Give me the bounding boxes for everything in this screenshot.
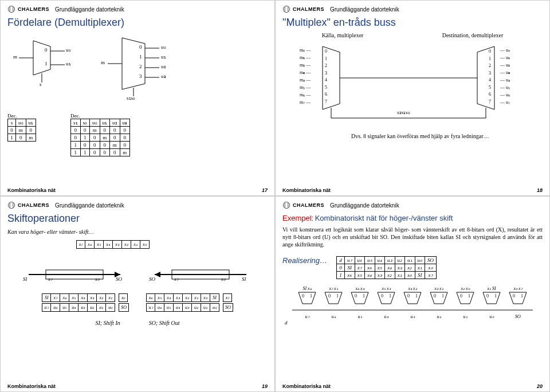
svg-text:0: 0 <box>407 293 410 299</box>
x7-label: x₇ <box>174 276 179 282</box>
example-label: Exempel: <box>282 214 313 222</box>
footer: Kombinatoriska nät 18 <box>282 185 543 193</box>
page-number: 18 <box>537 187 543 193</box>
slide-20: CHALMERS Grundläggande datorteknik Exemp… <box>275 196 550 392</box>
demux-out: u₆ <box>506 92 510 97</box>
svg-marker-37 <box>378 292 395 304</box>
source-label: Källa, multiplexer <box>322 32 364 38</box>
svg-text:1: 1 <box>468 293 470 299</box>
demux-out: u₄ <box>506 77 510 83</box>
mux-icon: 01 <box>322 291 345 306</box>
demux-1to2: m 0 1 u₀ u₁ s <box>7 32 76 84</box>
course-title: Grundläggande datorteknik <box>330 6 399 13</box>
label-s: s <box>40 81 42 87</box>
label-u2: u₂ <box>161 64 166 69</box>
mux-in: m₅ <box>300 85 305 90</box>
svg-text:1: 1 <box>521 293 523 299</box>
idx: 6 <box>325 91 327 99</box>
footer: Kombinatoriska nät 17 <box>7 185 268 193</box>
mux-in: m₇ <box>300 100 305 105</box>
x7-label: x₇ <box>48 276 53 282</box>
example-title: Kombinatoriskt nät för höger-/vänster sk… <box>315 214 453 222</box>
idx: 3 <box>489 70 491 77</box>
logo: CHALMERS <box>7 5 49 13</box>
idx: 2 <box>325 62 327 70</box>
footer-text: Kombinatoriska nät <box>7 383 56 389</box>
mux-in: m₆ <box>300 92 305 97</box>
si-label: SI <box>242 276 246 282</box>
svg-point-0 <box>8 6 14 12</box>
select-label: s₂s₁s₀ <box>397 109 410 115</box>
so-label: SO <box>116 276 122 282</box>
svg-text:0: 0 <box>486 293 489 299</box>
slide-19: CHALMERS Grundläggande datorteknik Skift… <box>0 196 275 392</box>
svg-marker-15 <box>477 46 494 109</box>
svg-text:0: 0 <box>302 293 304 299</box>
header: CHALMERS Grundläggande datorteknik <box>282 5 543 13</box>
footer-text: Kombinatoriska nät <box>7 187 56 193</box>
svg-text:0: 0 <box>434 293 436 299</box>
svg-marker-1 <box>33 41 50 75</box>
demux-out: u₁ <box>506 55 510 60</box>
mux-icon: 01 <box>375 291 398 306</box>
mux-icon: 01 <box>348 291 371 306</box>
brand-text: CHALMERS <box>293 202 324 208</box>
footer: Kombinatoriska nät 19 <box>7 381 268 389</box>
label-u0: u₀ <box>66 47 71 53</box>
header: CHALMERS Grundläggande datorteknik <box>7 5 268 13</box>
logo: CHALMERS <box>282 201 324 209</box>
mux-in: m₂ <box>300 62 305 68</box>
idx: 1 <box>489 56 491 63</box>
mux-array: SI x₆ x₇ x₅ x₆ x₄ x₅ x₃ x₄ x₂ x₃ x₁ x₂ x… <box>282 286 543 326</box>
idx: 1 <box>325 56 327 63</box>
mux-icon: 01 <box>454 291 477 306</box>
idx: 6 <box>489 91 491 99</box>
idx: 5 <box>325 84 327 92</box>
table-caption: Dec. <box>70 113 80 119</box>
label-1: 1 <box>45 61 48 66</box>
mux-in: m₄ <box>300 77 305 83</box>
brand-text: CHALMERS <box>18 6 49 12</box>
mux-in: m₃ <box>300 70 305 75</box>
table-caption: Dec. <box>7 113 17 119</box>
demux-out: u₃ <box>506 70 510 75</box>
label-u1: u₁ <box>161 54 166 60</box>
svg-text:1: 1 <box>494 293 497 299</box>
svg-marker-28 <box>298 292 316 304</box>
label-2: 2 <box>139 64 142 69</box>
page-number: 20 <box>537 383 543 389</box>
idx: 0 <box>489 48 491 56</box>
demux-out: u₀ <box>506 48 510 53</box>
mux-icon: 01 <box>506 291 529 306</box>
idx: 4 <box>489 77 491 84</box>
svg-text:1: 1 <box>442 293 444 299</box>
svg-point-13 <box>283 6 289 12</box>
slide-title: "Multiplex" en-tråds buss <box>282 17 543 29</box>
svg-text:1: 1 <box>336 293 339 299</box>
chalmers-icon <box>7 5 15 13</box>
so-def: SO; Shift Out <box>149 320 180 326</box>
demux-out: u₇ <box>506 100 510 105</box>
shift-arrows: SI x₇ x₀ SO SO x₇ x₀ SI <box>7 266 268 283</box>
subtitle: Kan vara höger- eller vänster- skift… <box>7 228 268 236</box>
svg-text:1: 1 <box>415 293 418 299</box>
idx: 7 <box>325 99 327 106</box>
svg-marker-43 <box>430 292 447 304</box>
page-number: 19 <box>262 383 268 389</box>
svg-marker-31 <box>325 292 342 304</box>
slide-title: Skiftoperationer <box>7 213 268 225</box>
mux-icon: 01 <box>480 291 503 306</box>
label-u3: u₃ <box>161 73 166 79</box>
svg-marker-40 <box>404 292 421 304</box>
course-title: Grundläggande datorteknik <box>55 202 124 209</box>
idx: 3 <box>325 70 327 77</box>
mux-in: m₁ <box>300 55 305 60</box>
footer-text: Kombinatoriska nät <box>282 383 331 389</box>
idx: 0 <box>325 48 327 56</box>
paragraph: Vi vill konstruera ett logiknät som klar… <box>282 226 543 248</box>
label-s: s₁s₀ <box>127 95 135 101</box>
logo: CHALMERS <box>282 5 324 13</box>
si-label: SI <box>23 276 28 282</box>
mux-icon: 01 <box>401 291 424 306</box>
slide-title: Fördelare (Demultiplexer) <box>7 17 268 29</box>
